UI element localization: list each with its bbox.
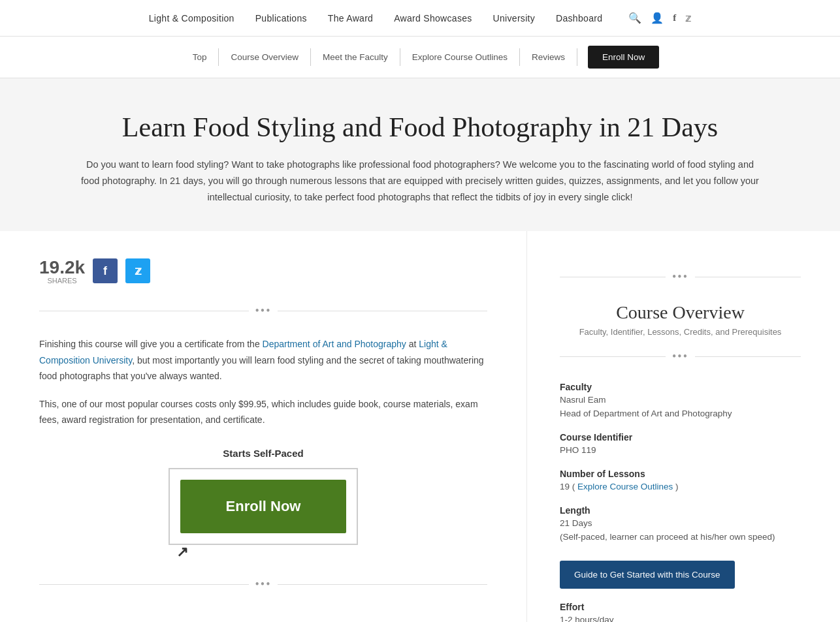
- faculty-title: Head of Department of Art and Photograph…: [560, 407, 801, 420]
- enroll-now-main-button[interactable]: Enroll Now: [180, 480, 347, 533]
- share-count: 19.2k: [39, 257, 85, 277]
- right-divider-top: •••: [560, 270, 801, 284]
- hero-title: Learn Food Styling and Food Photography …: [78, 111, 762, 144]
- social-share-section: 19.2k SHARES f 𝕫: [39, 257, 487, 285]
- divider-line-left: [39, 311, 249, 311]
- nav-award-showcases[interactable]: Award Showcases: [394, 13, 472, 23]
- share-count-wrap: 19.2k SHARES: [39, 257, 85, 285]
- effort-row: Effort 1-2 hours/day: [560, 602, 801, 622]
- right-divider-mid-right: [695, 356, 801, 357]
- divider-dots-icon-2: •••: [249, 578, 278, 591]
- subnav-explore-outlines[interactable]: Explore Course Outlines: [400, 48, 520, 66]
- hero-description: Do you want to learn food styling? Want …: [78, 157, 762, 205]
- right-divider-mid: •••: [560, 350, 801, 364]
- dept-art-link[interactable]: Department of Art and Photography: [263, 339, 406, 349]
- enroll-now-nav-button[interactable]: Enroll Now: [588, 46, 659, 69]
- top-navigation: Light & Composition Publications The Awa…: [0, 0, 840, 37]
- nav-university[interactable]: University: [493, 13, 535, 23]
- guide-started-button[interactable]: Guide to Get Started with this Course: [560, 561, 735, 589]
- length-label: Length: [560, 505, 801, 516]
- nav-publications[interactable]: Publications: [255, 13, 307, 23]
- length-value: 21 Days: [560, 517, 801, 530]
- divider-line-right: [278, 311, 487, 311]
- course-overview-subtitle: Faculty, Identifier, Lessons, Credits, a…: [560, 327, 801, 337]
- body-text: Finishing this course will give you a ce…: [39, 336, 487, 428]
- subnav-top[interactable]: Top: [181, 48, 219, 66]
- body-para-2: This, one of our most popular courses co…: [39, 396, 487, 428]
- divider-dots-icon: •••: [249, 304, 278, 318]
- right-divider-mid-dots: •••: [666, 350, 695, 364]
- right-divider-line-left: [560, 277, 666, 277]
- length-note: (Self-paced, learner can proceed at his/…: [560, 531, 801, 544]
- effort-label: Effort: [560, 602, 801, 612]
- nav-the-award[interactable]: The Award: [328, 13, 373, 23]
- explore-outlines-link[interactable]: Explore Course Outlines: [577, 482, 673, 491]
- body-para-1: Finishing this course will give you a ce…: [39, 336, 487, 384]
- divider-line-right-2: [278, 584, 487, 585]
- length-row: Length 21 Days (Self-paced, learner can …: [560, 505, 801, 544]
- lessons-label: Number of Lessons: [560, 469, 801, 479]
- identifier-value: PHO 119: [560, 444, 801, 457]
- effort-value: 1-2 hours/day: [560, 614, 801, 622]
- facebook-share-button[interactable]: f: [93, 258, 118, 283]
- enroll-box-section: Starts Self-Paced Enroll Now ↗: [39, 448, 487, 545]
- subnav-course-overview[interactable]: Course Overview: [219, 48, 311, 66]
- right-divider-dots: •••: [666, 270, 695, 284]
- right-divider-mid-left: [560, 356, 666, 357]
- faculty-row: Faculty Nasrul Eam Head of Department of…: [560, 382, 801, 420]
- twitter-share-button[interactable]: 𝕫: [125, 258, 150, 283]
- share-label: SHARES: [39, 277, 85, 285]
- left-column: 19.2k SHARES f 𝕫 ••• Finishing this cour…: [39, 231, 487, 622]
- main-content: 19.2k SHARES f 𝕫 ••• Finishing this cour…: [0, 231, 840, 622]
- divider-top: •••: [39, 304, 487, 318]
- right-divider-line-right: [695, 277, 801, 277]
- enroll-box: Enroll Now ↗: [169, 468, 359, 545]
- subnav-meet-faculty[interactable]: Meet the Faculty: [311, 48, 400, 66]
- course-overview-title: Course Overview: [560, 302, 801, 323]
- nav-dashboard[interactable]: Dashboard: [556, 13, 602, 23]
- top-nav-icons: 🔍 👤 f 𝕫: [628, 12, 691, 24]
- faculty-name: Nasrul Eam: [560, 394, 801, 407]
- right-column: ••• Course Overview Faculty, Identifier,…: [526, 231, 801, 622]
- user-icon[interactable]: 👤: [651, 12, 664, 24]
- secondary-navigation: Top Course Overview Meet the Faculty Exp…: [0, 37, 840, 78]
- divider-bottom: •••: [39, 578, 487, 591]
- faculty-label: Faculty: [560, 382, 801, 392]
- search-icon[interactable]: 🔍: [628, 12, 641, 24]
- identifier-label: Course Identifier: [560, 432, 801, 443]
- starts-label: Starts Self-Paced: [39, 448, 487, 459]
- subnav-reviews[interactable]: Reviews: [520, 48, 577, 66]
- lessons-row: Number of Lessons 19 ( Explore Course Ou…: [560, 469, 801, 493]
- identifier-row: Course Identifier PHO 119: [560, 432, 801, 457]
- divider-line-left-2: [39, 584, 249, 585]
- hero-section: Learn Food Styling and Food Photography …: [0, 78, 840, 231]
- nav-light-composition[interactable]: Light & Composition: [149, 13, 234, 23]
- arrow-icon: ↗: [176, 544, 188, 561]
- lessons-value: 19 ( Explore Course Outlines ): [560, 480, 801, 493]
- facebook-icon[interactable]: f: [673, 12, 676, 23]
- twitter-icon[interactable]: 𝕫: [685, 12, 691, 24]
